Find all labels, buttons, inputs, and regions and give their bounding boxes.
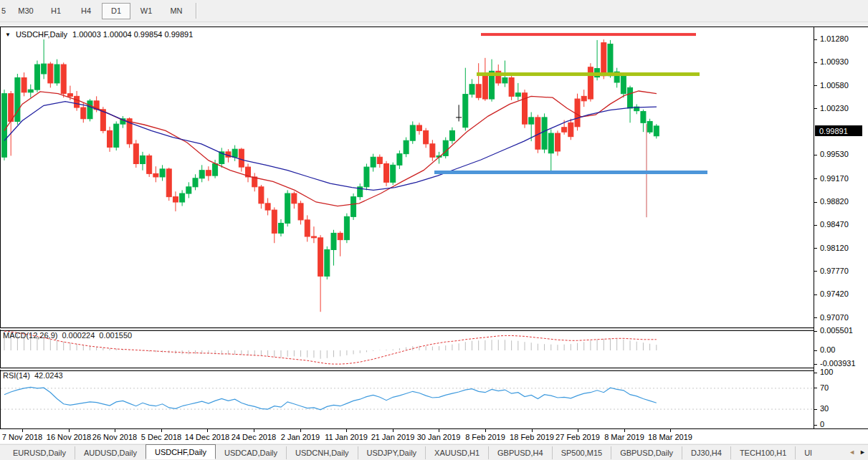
price-axis-label: 0.98120 <box>820 244 849 252</box>
date-tick <box>670 429 671 432</box>
rsi-value: 42.0243 <box>34 371 63 380</box>
macd-value-main: 0.000224 <box>62 331 95 340</box>
chart-tab-bar: EURUSD,Daily AUDUSD,Daily USDCHF,Daily U… <box>0 444 868 460</box>
axis-tick <box>814 294 817 295</box>
tab-scroll-right-icon[interactable]: ► <box>859 447 866 457</box>
tab-ul-partial[interactable]: Ul <box>795 446 820 459</box>
timeframe-toolbar: 5 M30 H1 H4 D1 W1 MN <box>0 0 868 22</box>
chart-title: ▼ USDCHF,Daily 1.00003 1.00004 0.99854 0… <box>5 30 193 39</box>
timeframe-button-h4[interactable]: H4 <box>72 3 100 19</box>
tab-audusd-daily[interactable]: AUDUSD,Daily <box>75 446 146 459</box>
tab-usdcad-daily[interactable]: USDCAD,Daily <box>216 446 286 459</box>
price-panel-canvas[interactable] <box>1 27 814 327</box>
timeframe-button-d1[interactable]: D1 <box>102 3 130 19</box>
rsi-line <box>4 387 657 409</box>
axis-tick <box>814 248 817 249</box>
chart-ohlc-values: 1.00003 1.00004 0.99854 0.99891 <box>72 30 193 39</box>
price-axis-label: 0.98820 <box>820 197 849 206</box>
axis-tick <box>814 202 817 203</box>
date-axis-label: 21 Jan 2019 <box>371 433 415 441</box>
date-tick <box>532 429 533 432</box>
price-axis-label: 0.99170 <box>820 174 849 183</box>
timeframe-button-m5[interactable]: 5 <box>0 3 10 19</box>
axis-tick <box>814 373 817 373</box>
tab-xauusd-h1[interactable]: XAUUSD,H1 <box>425 446 488 459</box>
macd-axis-label: -0.003931 <box>820 359 856 368</box>
date-axis-label: 8 Mar 2019 <box>604 433 644 441</box>
macd-axis-label: 0.00 <box>820 345 835 354</box>
tab-tech100-h1[interactable]: TECH100,H1 <box>730 446 795 459</box>
timeframe-button-mn[interactable]: MN <box>162 3 191 19</box>
macd-name: MACD(12,26,9) <box>3 331 57 340</box>
tab-eurusd-daily[interactable]: EURUSD,Daily <box>4 446 75 459</box>
tab-dj30-h4[interactable]: DJ30,H4 <box>682 446 730 459</box>
price-chart-area[interactable] <box>0 27 814 327</box>
price-axis-label: 1.01280 <box>820 34 849 43</box>
date-tick <box>69 429 70 432</box>
tab-scroll-controls: ◄ ► <box>849 447 866 457</box>
date-axis[interactable]: 7 Nov 201816 Nov 201826 Nov 20185 Dec 20… <box>0 429 814 444</box>
hline-resistance-upper <box>481 33 696 36</box>
price-scale[interactable]: 0.99891 1.012801.009301.005801.002300.99… <box>814 27 868 428</box>
date-axis-label: 18 Feb 2019 <box>510 433 554 441</box>
rsi-panel-area[interactable] <box>0 370 814 428</box>
date-tick <box>254 429 254 432</box>
hline-support-lower <box>434 171 707 174</box>
tab-usdjpy-daily[interactable]: USDJPY,Daily <box>358 446 426 459</box>
axis-tick <box>814 331 817 332</box>
price-axis-label: 0.97770 <box>820 267 849 275</box>
timeframe-button-w1[interactable]: W1 <box>132 3 161 19</box>
axis-tick <box>814 364 817 365</box>
tab-gbpusd-daily[interactable]: GBPUSD,Daily <box>611 446 682 459</box>
chart-symbol-label: USDCHF,Daily <box>16 30 67 39</box>
price-axis-label: 0.99530 <box>820 150 849 158</box>
date-axis-label: 18 Mar 2019 <box>648 433 692 441</box>
macd-value-signal: 0.001550 <box>99 331 132 340</box>
toolbar-separator <box>196 3 197 19</box>
date-tick <box>393 429 394 432</box>
timeframe-button-m30[interactable]: M30 <box>11 3 40 19</box>
axis-tick <box>814 409 817 410</box>
date-tick <box>115 429 115 432</box>
chart-window: ▼ USDCHF,Daily 1.00003 1.00004 0.99854 0… <box>0 27 868 444</box>
date-tick <box>439 429 439 432</box>
date-tick <box>578 429 578 432</box>
price-axis-label: 1.00930 <box>820 57 849 66</box>
timeframe-button-h1[interactable]: H1 <box>42 3 70 19</box>
axis-tick <box>814 85 817 86</box>
axis-tick <box>814 350 817 351</box>
date-axis-label: 27 Feb 2019 <box>555 433 600 441</box>
rsi-indicator-label: RSI(14) 42.0243 <box>3 371 63 380</box>
date-tick <box>346 429 347 432</box>
rsi-panel-canvas[interactable] <box>1 370 814 428</box>
rsi-axis-label: 100 <box>820 368 833 376</box>
rsi-axis-label: 70 <box>820 383 829 392</box>
axis-tick <box>814 108 817 109</box>
date-tick <box>485 429 486 432</box>
macd-indicator-label: MACD(12,26,9) 0.000224 0.001550 <box>3 331 132 340</box>
date-axis-label: 7 Nov 2018 <box>2 433 42 441</box>
axis-tick <box>814 225 817 226</box>
date-axis-label: 11 Jan 2019 <box>325 433 368 441</box>
tab-usdcnh-daily[interactable]: USDCNH,Daily <box>286 446 358 459</box>
axis-tick <box>814 39 817 40</box>
candles <box>2 39 659 312</box>
date-axis-label: 14 Dec 2018 <box>185 433 229 441</box>
date-axis-label: 5 Dec 2018 <box>141 433 181 441</box>
tab-sp500-m15[interactable]: SP500,M15 <box>552 446 611 459</box>
axis-tick <box>814 317 817 318</box>
date-axis-label: 24 Dec 2018 <box>232 433 276 441</box>
price-axis-label: 0.97070 <box>820 313 849 322</box>
chart-dropdown-icon[interactable]: ▼ <box>5 32 11 38</box>
date-axis-label: 26 Nov 2018 <box>92 433 137 441</box>
hline-resistance-mid <box>477 72 700 76</box>
axis-tick <box>814 178 817 179</box>
rsi-name: RSI(14) <box>3 371 30 380</box>
tab-usdchf-daily[interactable]: USDCHF,Daily <box>146 444 216 459</box>
price-axis-label: 1.00230 <box>820 104 849 112</box>
date-axis-label: 2 Jan 2019 <box>281 433 320 441</box>
tab-gbpusd-h4[interactable]: GBPUSD,H4 <box>488 446 552 459</box>
date-axis-label: 30 Jan 2019 <box>417 433 461 441</box>
tab-scroll-left-icon[interactable]: ◄ <box>849 447 855 457</box>
axis-tick <box>814 388 817 388</box>
